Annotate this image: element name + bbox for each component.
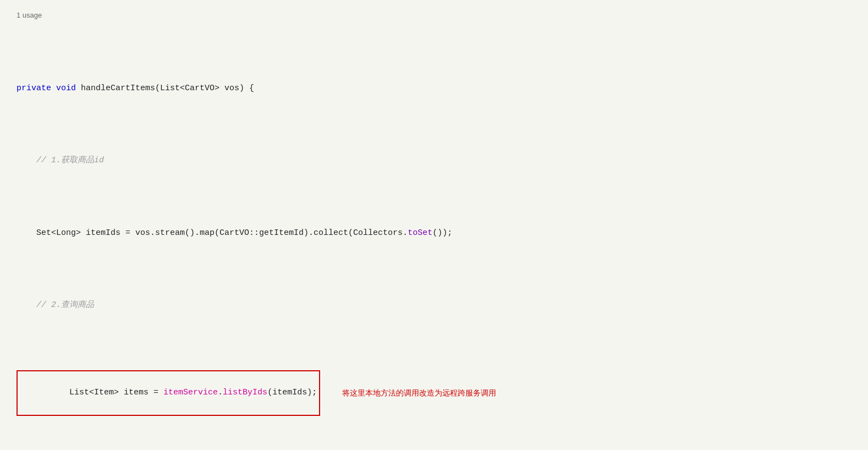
keyword-private: private (17, 81, 51, 96)
usage-count: 1 usage (17, 11, 851, 19)
list-by-ids-call: listByIds (223, 388, 267, 397)
code-comment-2: // 2.查询商品 (17, 298, 851, 312)
comment-text-2: // 2.查询商品 (17, 298, 94, 312)
keyword-void: void (56, 81, 76, 96)
comment-text-1: // 1.获取商品id (17, 153, 104, 168)
method-toset: toSet (408, 226, 432, 240)
code-line-highlighted: List<Item> items = itemService.listByIds… (17, 370, 851, 416)
code-line-1: Set<Long> itemIds = vos.stream().map(Car… (17, 226, 851, 240)
code-block: private void handleCartItems(List<CartVO… (17, 24, 851, 450)
item-service-call: itemService (163, 388, 218, 397)
annotation-text: 将这里本地方法的调用改造为远程跨服务调用 (342, 386, 496, 400)
code-comment-1: // 1.获取商品id (17, 153, 851, 168)
highlight-region: List<Item> items = itemService.listByIds… (17, 370, 320, 416)
code-line-sig: private void handleCartItems(List<CartVO… (17, 81, 851, 96)
